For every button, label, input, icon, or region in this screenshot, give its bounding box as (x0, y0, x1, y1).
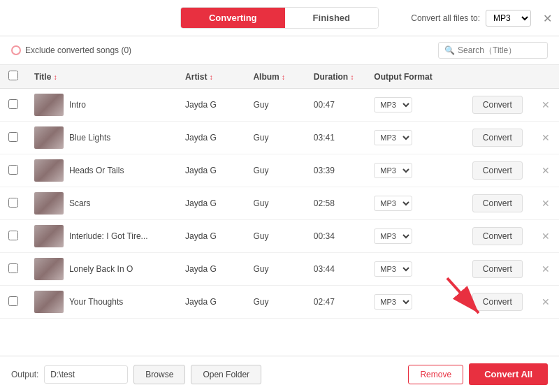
exclude-songs-label: Exclude converted songs (0) (25, 45, 131, 55)
col-title[interactable]: Title ↕ (27, 65, 178, 89)
format-select-row[interactable]: MP3AACFLACWAV (374, 261, 412, 277)
title-sort-icon: ↕ (54, 73, 57, 81)
exclude-circle-icon (11, 45, 21, 55)
table-row: Interlude: I Got Tire...Jayda GGuy00:34M… (0, 220, 559, 253)
songs-table-container: Title ↕ Artist ↕ Album ↕ Duration ↕ Outp… (0, 65, 559, 356)
row-checkbox[interactable] (8, 132, 18, 142)
cell-remove: ✕ (535, 220, 559, 253)
cell-artist: Jayda G (178, 286, 246, 319)
song-title: Heads Or Tails (69, 166, 124, 175)
cell-artist: Jayda G (178, 122, 246, 154)
cell-album: Guy (246, 89, 306, 122)
open-folder-button[interactable]: Open Folder (191, 365, 261, 384)
cell-remove: ✕ (535, 253, 559, 286)
convert-all-button[interactable]: Convert All (469, 363, 548, 385)
col-actions (465, 65, 535, 89)
remove-row-button[interactable]: ✕ (542, 132, 550, 143)
remove-row-button[interactable]: ✕ (542, 99, 550, 110)
browse-button[interactable]: Browse (133, 365, 185, 384)
cell-duration: 02:58 (307, 187, 367, 220)
cell-convert: Convert (465, 154, 535, 187)
convert-row-button[interactable]: Convert (472, 161, 523, 180)
remove-row-button[interactable]: ✕ (542, 198, 550, 209)
bottom-bar: Output: Browse Open Folder Remove Conver… (0, 356, 559, 392)
cell-album: Guy (246, 187, 306, 220)
remove-button[interactable]: Remove (408, 365, 463, 384)
songs-table: Title ↕ Artist ↕ Album ↕ Duration ↕ Outp… (0, 65, 559, 319)
format-select-row[interactable]: MP3AACFLACWAV (374, 294, 412, 310)
cell-duration: 03:39 (307, 154, 367, 187)
cell-artist: Jayda G (178, 253, 246, 286)
tab-finished[interactable]: Finished (285, 8, 378, 28)
convert-row-button[interactable]: Convert (472, 227, 523, 245)
col-artist[interactable]: Artist ↕ (178, 65, 246, 89)
cell-remove: ✕ (535, 187, 559, 220)
table-row: Your ThoughtsJayda GGuy02:47MP3AACFLACWA… (0, 286, 559, 319)
tab-converting[interactable]: Converting (181, 8, 285, 28)
row-checkbox[interactable] (8, 296, 18, 306)
remove-row-button[interactable]: ✕ (542, 231, 550, 242)
col-album[interactable]: Album ↕ (246, 65, 306, 89)
row-checkbox[interactable] (8, 231, 18, 240)
cell-convert: Convert (465, 122, 535, 154)
top-bar: Converting Finished Convert all files to… (0, 0, 559, 36)
tab-group: Converting Finished (180, 7, 379, 29)
remove-row-button[interactable]: ✕ (542, 165, 550, 176)
cell-duration: 03:44 (307, 253, 367, 286)
row-checkbox[interactable] (8, 263, 18, 273)
convert-row-button[interactable]: Convert (472, 129, 523, 147)
col-duration[interactable]: Duration ↕ (307, 65, 367, 89)
album-art-thumbnail (34, 258, 64, 280)
song-title: Scars (69, 198, 91, 208)
format-select-row[interactable]: MP3AACFLACWAV (374, 130, 412, 145)
cell-album: Guy (246, 122, 306, 154)
album-art-thumbnail (34, 126, 64, 149)
cell-album: Guy (246, 286, 306, 319)
cell-album: Guy (246, 220, 306, 253)
cell-convert: Convert (465, 187, 535, 220)
cell-title: Lonely Back In O (27, 253, 178, 286)
cell-convert: Convert (465, 220, 535, 253)
format-select-top[interactable]: MP3 AAC FLAC WAV (486, 10, 531, 27)
artist-sort-icon: ↕ (210, 73, 213, 81)
cell-format: MP3AACFLACWAV (367, 187, 465, 220)
album-art-thumbnail (34, 225, 64, 247)
cell-format: MP3AACFLACWAV (367, 89, 465, 122)
table-row: Lonely Back In OJayda GGuy03:44MP3AACFLA… (0, 253, 559, 286)
song-title: Intro (69, 100, 86, 110)
album-art-thumbnail (34, 159, 64, 182)
format-select-row[interactable]: MP3AACFLACWAV (374, 228, 412, 244)
convert-row-button[interactable]: Convert (472, 96, 523, 114)
row-checkbox[interactable] (8, 99, 18, 109)
cell-convert: Convert (465, 253, 535, 286)
cell-format: MP3AACFLACWAV (367, 154, 465, 187)
cell-format: MP3AACFLACWAV (367, 122, 465, 154)
cell-title: Blue Lights (27, 122, 178, 154)
cell-title: Scars (27, 187, 178, 220)
remove-row-button[interactable]: ✕ (542, 263, 550, 275)
convert-all-files-section: Convert all files to: MP3 AAC FLAC WAV (411, 10, 531, 27)
cell-duration: 00:34 (307, 220, 367, 253)
format-select-row[interactable]: MP3AACFLACWAV (374, 196, 412, 211)
close-window-button[interactable]: ✕ (543, 11, 552, 24)
convert-row-button[interactable]: Convert (472, 194, 523, 212)
output-path-input[interactable] (44, 365, 128, 384)
song-title: Your Thoughts (69, 297, 123, 307)
exclude-songs-section: Exclude converted songs (0) (11, 45, 131, 55)
convert-row-button[interactable]: Convert (472, 260, 523, 278)
cell-title: Interlude: I Got Tire... (27, 220, 178, 253)
search-input[interactable] (458, 45, 542, 55)
cell-format: MP3AACFLACWAV (367, 253, 465, 286)
format-select-row[interactable]: MP3AACFLACWAV (374, 97, 412, 112)
song-title: Blue Lights (69, 133, 110, 143)
cell-artist: Jayda G (178, 154, 246, 187)
row-checkbox[interactable] (8, 198, 18, 208)
row-checkbox[interactable] (8, 165, 18, 175)
cell-convert: Convert (465, 286, 535, 319)
format-select-row[interactable]: MP3AACFLACWAV (374, 163, 412, 178)
convert-row-button[interactable]: Convert (472, 293, 523, 311)
select-all-checkbox[interactable] (8, 71, 18, 80)
remove-row-button[interactable]: ✕ (542, 296, 550, 307)
filter-bar: Exclude converted songs (0) 🔍 (0, 36, 559, 65)
cell-remove: ✕ (535, 122, 559, 154)
